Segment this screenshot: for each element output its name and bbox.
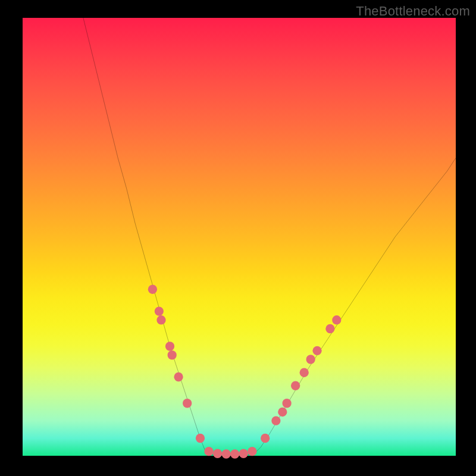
curve-group [83,18,456,455]
watermark-text: TheBottleneck.com [356,4,470,19]
sample-point [271,416,280,425]
sample-point [222,449,231,458]
sample-point [325,324,334,333]
sample-point [278,408,287,416]
sample-point [261,434,270,443]
sample-point [300,368,309,377]
sample-point [174,372,183,381]
sample-point [312,346,321,355]
sample-point [204,447,213,456]
sample-point [332,315,341,324]
sample-point [155,306,164,315]
plot-area [23,18,456,456]
sample-point [306,355,315,364]
sample-point [168,350,177,359]
app-frame: TheBottleneck.com [0,0,476,476]
curve-left [83,18,206,453]
sample-point [183,399,192,408]
sample-point [230,449,239,458]
sample-point [156,315,165,324]
sample-point [282,399,291,408]
chart-overlay [23,18,456,456]
sample-point [165,342,174,350]
sample-point [248,447,256,456]
sample-point [148,285,157,294]
marker-group [148,285,342,459]
sample-point [291,381,300,390]
sample-point [213,449,222,458]
sample-point [239,449,248,458]
sample-point [196,434,205,443]
